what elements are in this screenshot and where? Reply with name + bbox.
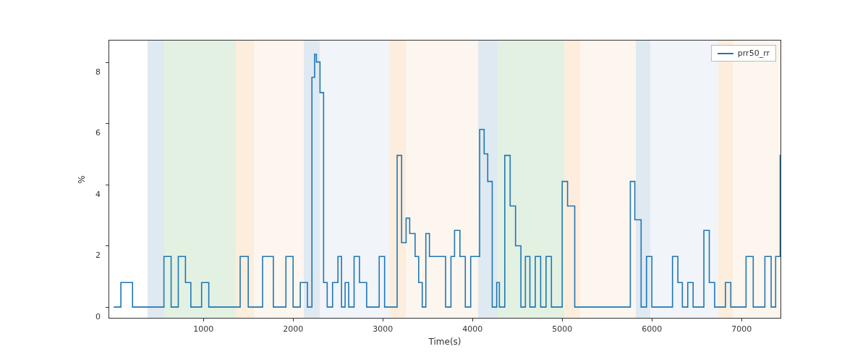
y-tick	[106, 62, 109, 63]
series-line	[109, 41, 780, 318]
x-tick-label: 5000	[552, 324, 572, 334]
x-tick-label: 2000	[283, 324, 303, 334]
x-tick	[652, 318, 652, 321]
y-tick	[106, 307, 109, 308]
x-tick-label: 7000	[731, 324, 752, 334]
x-axis-label: Time(s)	[429, 337, 461, 347]
axes: 1000200030004000500060007000 02468 Time(…	[109, 40, 781, 319]
y-tick-label: 6	[95, 128, 101, 138]
y-tick	[106, 123, 109, 124]
legend-label: prr50_rr	[738, 49, 770, 58]
plot-area	[109, 41, 780, 318]
y-tick	[106, 245, 109, 246]
x-tick	[562, 318, 563, 321]
x-tick	[472, 318, 473, 321]
x-tick	[203, 318, 204, 321]
x-tick	[293, 318, 294, 321]
y-axis-label: %	[77, 175, 87, 183]
y-tick-label: 2	[95, 251, 101, 260]
legend-swatch	[718, 53, 733, 54]
legend: prr50_rr	[711, 45, 776, 62]
series-path	[114, 54, 780, 307]
y-tick-label: 0	[95, 312, 101, 321]
x-tick	[383, 318, 383, 321]
x-tick-label: 4000	[462, 324, 482, 334]
x-tick	[741, 318, 742, 321]
figure: 1000200030004000500060007000 02468 Time(…	[0, 0, 868, 362]
x-tick-label: 3000	[373, 324, 393, 334]
y-tick	[106, 185, 109, 185]
y-tick-label: 8	[95, 67, 101, 76]
x-tick-label: 1000	[193, 324, 213, 334]
x-tick-label: 6000	[642, 324, 662, 334]
y-tick-label: 4	[95, 189, 101, 198]
